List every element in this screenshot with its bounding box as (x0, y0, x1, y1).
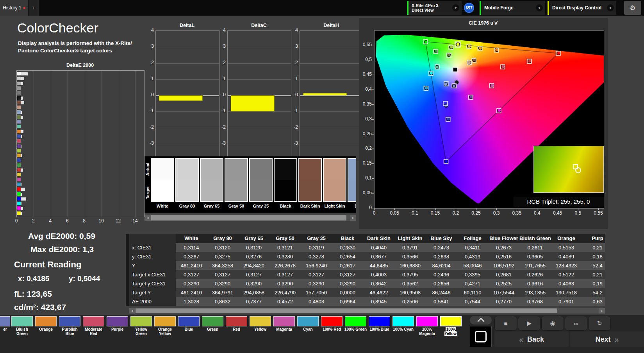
patch-label-text: Cyan (303, 327, 312, 331)
patch-button[interactable]: Yellow (248, 316, 272, 338)
count-badge: 657 (464, 3, 474, 13)
y-tick (372, 75, 374, 75)
deltah-y-axis: 43210-1-2-3-4 (284, 30, 298, 159)
chevron-right-icon: » (614, 335, 619, 344)
continuous-measure-button[interactable]: ∞ (565, 316, 587, 331)
table-cell: 0,3127 (207, 270, 238, 279)
x-tick (558, 208, 558, 210)
patch-label: 100% Green (344, 327, 367, 331)
y-tick-label: 0,25 (359, 131, 372, 136)
y-tick-label: 0,3 (359, 116, 372, 122)
patch-button[interactable]: 100% Cyan (391, 316, 415, 338)
color-swatch[interactable] (249, 158, 273, 202)
scroll-left-icon[interactable]: ◄ (129, 308, 135, 314)
patch-button[interactable]: Orange (34, 316, 58, 338)
patch-chip (17, 134, 21, 138)
y-tick-label: -1 (212, 108, 226, 113)
stop-button[interactable]: ■ (494, 316, 517, 331)
swatch-scrollbar[interactable]: ◄ ► (144, 215, 356, 221)
patch-label-text: Yellow Green (135, 327, 147, 336)
scroll-left-icon[interactable]: ◄ (144, 215, 151, 221)
back-button[interactable]: « Back (494, 331, 569, 347)
table-cell: 0,2473 (426, 243, 457, 252)
color-swatch[interactable] (200, 158, 223, 202)
patch-button[interactable]: Red (225, 316, 248, 338)
collapse-panel-button[interactable] (470, 316, 492, 324)
x-tick (435, 208, 436, 210)
target-swatch (176, 180, 198, 201)
x-tick-label: 10 (97, 218, 105, 224)
color-swatch[interactable] (323, 158, 346, 202)
scrollbar-thumb[interactable] (136, 308, 557, 313)
patch-button[interactable]: Magenta (272, 316, 296, 338)
refresh-button[interactable]: ↻ (588, 316, 611, 331)
x-tick-label: 6 (63, 218, 71, 224)
patch-color (226, 316, 247, 326)
patch-button[interactable]: 100% Blue (367, 316, 391, 338)
table-cell: 0,19 (582, 279, 605, 288)
patch-label: 100% Magenta (415, 327, 439, 336)
add-tab-button[interactable]: + (29, 0, 39, 16)
patch-button[interactable]: 100% Yellow (439, 316, 463, 338)
patch-button[interactable]: Moderate Red (82, 316, 105, 338)
patch-button[interactable]: er (0, 316, 10, 338)
next-button[interactable]: Next » (570, 331, 644, 347)
table-cell: 294,8420 (238, 261, 269, 270)
y-tick (372, 90, 374, 90)
play-button[interactable]: ▶ (518, 316, 541, 331)
color-swatch[interactable] (151, 158, 174, 202)
patch-button[interactable]: 100% Green (344, 316, 367, 338)
patch-chip (17, 77, 21, 80)
scroll-right-icon[interactable]: ► (599, 308, 605, 314)
color-swatch[interactable] (225, 158, 248, 202)
scroll-right-icon[interactable]: ► (350, 215, 356, 221)
color-swatch[interactable] (175, 158, 199, 202)
patch-button[interactable]: Green (201, 316, 225, 338)
meter-dropdown[interactable]: X-Rite i1Pro 3 Direct View ▼ (407, 1, 462, 15)
source-dropdown[interactable]: Mobile Forge ▼ (480, 1, 545, 15)
patch-button[interactable]: 100% Red (320, 316, 344, 338)
y-tick (372, 163, 374, 164)
patch-button[interactable]: Blue (177, 316, 201, 338)
patch-button[interactable]: Purple (105, 316, 129, 338)
measured-point (447, 117, 450, 121)
gridline (34, 71, 34, 217)
swatch-label: Gray 65 (200, 204, 223, 208)
x-tick (476, 208, 476, 210)
patch-button[interactable]: 100% Magenta (415, 316, 439, 338)
page-subtitle-line2: Pantone ColorChecker® target colors. (18, 48, 114, 54)
patch-button[interactable]: Purplish Blue (58, 316, 82, 338)
table-cell: 0,3395 (457, 270, 488, 279)
gridline (102, 71, 102, 217)
cie-diagram-panel: CIE 1976 u'v' RGB Triplet: 255, 255, 0 0… (359, 18, 608, 229)
patch-button[interactable]: Cyan (296, 316, 320, 338)
color-swatch[interactable] (298, 158, 322, 202)
patch-button[interactable]: Bluish Green (10, 316, 34, 338)
y-tick-label: 0,2 (359, 145, 372, 151)
table-cell: 106,5192 (488, 261, 519, 270)
patch-chip (17, 202, 21, 205)
scrollbar-thumb[interactable] (151, 215, 346, 220)
table-scrollbar[interactable]: ◄ ► (129, 308, 605, 314)
patch-button[interactable]: Orange Yellow (153, 316, 177, 338)
display-control-dropdown[interactable]: Direct Display Control ▼ (548, 1, 616, 15)
deltae-chart-title: DeltaE 2000 (16, 63, 144, 68)
color-swatch[interactable] (348, 158, 356, 202)
capture-button[interactable]: ◉ (541, 316, 564, 331)
tab-history-1[interactable]: History 1 (0, 0, 28, 16)
swatch-label: Black (274, 204, 297, 208)
x-tick-label: 0,35 (509, 210, 524, 216)
patch-button[interactable]: Yellow Green (129, 316, 153, 338)
gridline (228, 63, 291, 64)
display-window-button[interactable] (470, 326, 492, 347)
rgb-triplet-caption: RGB Triplet: 255, 255, 0 (513, 197, 604, 207)
table-cell: 0,3275 (207, 252, 238, 261)
patch-chip (17, 211, 21, 215)
x-tick-label: 0,4 (529, 210, 545, 216)
color-swatch[interactable] (274, 158, 297, 202)
measured-point (498, 109, 501, 112)
chevron-down-icon: ▼ (607, 4, 614, 11)
measured-point (478, 47, 482, 50)
settings-button[interactable]: ⚙ (624, 1, 641, 15)
patch-label: 100% Blue (367, 327, 391, 331)
